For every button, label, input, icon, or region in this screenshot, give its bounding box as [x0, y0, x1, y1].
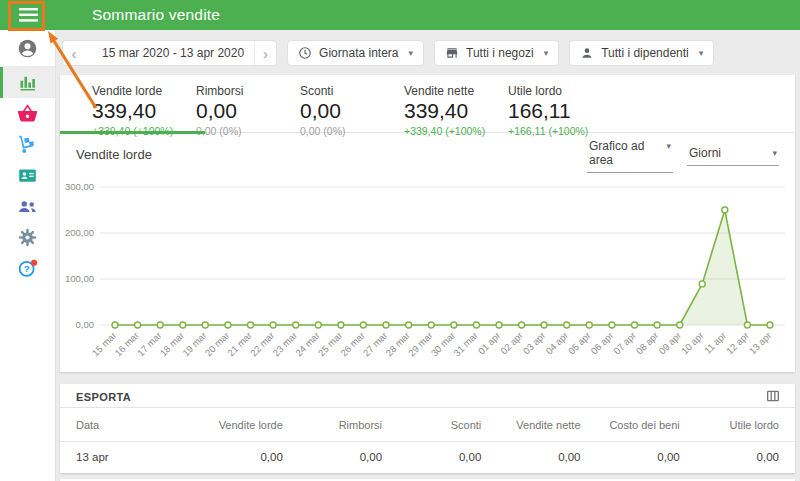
svg-text:09 apr: 09 apr: [656, 330, 683, 357]
date-range-label: 15 mar 2020 - 13 apr 2020: [102, 46, 244, 60]
svg-text:27 mar: 27 mar: [361, 330, 390, 359]
chart-header: Vendite lorde Grafico ad area ▾ Giorni ▾: [60, 133, 795, 175]
svg-text:28 mar: 28 mar: [383, 330, 412, 359]
stats-row: Vendite lorde339,40+339,40 (+100%)Rimbor…: [60, 75, 795, 133]
stat-value: 166,11: [508, 99, 612, 123]
svg-text:21 mar: 21 mar: [225, 330, 254, 359]
export-card: ESPORTA DataVendite lordeRimborsiScontiV…: [60, 384, 795, 473]
svg-text:200,00: 200,00: [65, 227, 94, 238]
store-filter-button[interactable]: Tutti i negozi ▾: [434, 40, 559, 66]
stat-label: Utile lordo: [508, 84, 612, 98]
svg-text:02 apr: 02 apr: [498, 330, 525, 357]
column-header-vendite-nette: Vendite nette: [497, 408, 596, 442]
export-title: ESPORTA: [76, 391, 131, 403]
stat-label: Vendite nette: [404, 84, 508, 98]
hand-truck-icon: [17, 134, 38, 155]
main-content: ‹ 15 mar 2020 - 13 apr 2020 › Giornata i…: [56, 30, 800, 481]
stat-value: 339,40: [92, 99, 196, 123]
svg-text:20 mar: 20 mar: [203, 330, 232, 359]
column-header-rimborsi: Rimborsi: [299, 408, 398, 442]
svg-text:06 apr: 06 apr: [588, 330, 615, 357]
svg-text:19 mar: 19 mar: [180, 330, 209, 359]
hamburger-icon: [19, 8, 38, 22]
sidebar-item-employees[interactable]: [0, 160, 55, 191]
time-filter-label: Giornata intera: [319, 46, 398, 60]
chart-interval-select[interactable]: Giorni ▾: [687, 143, 779, 166]
svg-text:18 mar: 18 mar: [158, 330, 187, 359]
account-icon: [17, 38, 38, 59]
sidebar-item-items[interactable]: [0, 98, 55, 129]
sidebar-account[interactable]: [0, 30, 55, 67]
sidebar-item-customers[interactable]: [0, 191, 55, 222]
chevron-down-icon: ▾: [409, 48, 414, 58]
person-icon: [580, 46, 594, 60]
stat-value: 0,00: [196, 99, 300, 123]
view-columns-icon: [765, 388, 781, 404]
date-range-button[interactable]: 15 mar 2020 - 13 apr 2020: [85, 41, 254, 65]
svg-text:24 mar: 24 mar: [293, 330, 322, 359]
svg-text:26 mar: 26 mar: [338, 330, 367, 359]
sidebar-item-reports[interactable]: [0, 67, 55, 98]
next-period-button[interactable]: ›: [254, 41, 276, 65]
svg-text:25 mar: 25 mar: [316, 330, 345, 359]
svg-text:10 apr: 10 apr: [679, 330, 706, 357]
svg-text:22 mar: 22 mar: [248, 330, 277, 359]
table-row[interactable]: 13 apr0,000,000,000,000,000,00: [60, 442, 795, 473]
table-cell: 0,00: [696, 442, 795, 473]
stat-tab-sconti[interactable]: Sconti0,000,00 (0%): [300, 75, 404, 132]
stat-label: Sconti: [300, 84, 404, 98]
chart-type-select[interactable]: Grafico ad area ▾: [587, 136, 673, 173]
store-filter-label: Tutti i negozi: [466, 46, 534, 60]
column-header-costo-dei-beni: Costo dei beni: [597, 408, 696, 442]
stat-tab-rimborsi[interactable]: Rimborsi0,000,00 (0%): [196, 75, 300, 132]
id-card-icon: [17, 165, 38, 186]
stat-tab-vendite-nette[interactable]: Vendite nette339,40+339,40 (+100%): [404, 75, 508, 132]
column-header-data: Data: [60, 408, 200, 442]
stat-label: Rimborsi: [196, 84, 300, 98]
employee-filter-label: Tutti i dipendenti: [601, 46, 689, 60]
svg-text:17 mar: 17 mar: [135, 330, 164, 359]
time-filter-button[interactable]: Giornata intera ▾: [287, 40, 424, 66]
sidebar-item-help[interactable]: ?: [0, 253, 55, 284]
svg-text:15 mar: 15 mar: [90, 330, 119, 359]
menu-button[interactable]: [0, 0, 56, 30]
chart-title: Vendite lorde: [76, 147, 152, 162]
stat-tab-vendite-lorde[interactable]: Vendite lorde339,40+339,40 (+100%): [92, 75, 196, 132]
table-cell: 0,00: [299, 442, 398, 473]
chevron-down-icon: ▾: [544, 48, 549, 58]
stat-change: 0,00 (0%): [300, 125, 404, 137]
columns-button[interactable]: [765, 388, 781, 404]
help-icon: ?: [17, 258, 38, 279]
column-header-sconti: Sconti: [398, 408, 497, 442]
stat-change: 0,00 (0%): [196, 125, 300, 137]
date-range-control: ‹ 15 mar 2020 - 13 apr 2020 ›: [62, 40, 277, 66]
basket-icon: [17, 103, 38, 124]
svg-text:30 mar: 30 mar: [429, 330, 458, 359]
stat-tab-utile-lordo[interactable]: Utile lordo166,11+166,11 (+100%): [508, 75, 612, 132]
employee-filter-button[interactable]: Tutti i dipendenti ▾: [569, 40, 714, 66]
chevron-down-icon: ▾: [772, 148, 777, 158]
clock-icon: [298, 46, 312, 60]
svg-text:29 mar: 29 mar: [406, 330, 435, 359]
sales-summary-card: Vendite lorde339,40+339,40 (+100%)Rimbor…: [60, 75, 795, 372]
table-cell: 0,00: [200, 442, 299, 473]
sidebar: ?: [0, 30, 56, 481]
chart-type-value: Grafico ad area: [589, 139, 644, 167]
svg-text:04 apr: 04 apr: [543, 330, 570, 357]
svg-text:01 apr: 01 apr: [476, 330, 503, 357]
sidebar-item-settings[interactable]: [0, 222, 55, 253]
prev-period-button[interactable]: ‹: [63, 41, 85, 65]
svg-text:?: ?: [24, 263, 30, 274]
svg-text:08 apr: 08 apr: [634, 330, 661, 357]
stat-value: 339,40: [404, 99, 508, 123]
store-icon: [445, 46, 459, 60]
column-header-vendite-lorde: Vendite lorde: [200, 408, 299, 442]
svg-text:07 apr: 07 apr: [611, 330, 638, 357]
bar-chart-icon: [17, 72, 38, 93]
app-header: Sommario vendite: [0, 0, 800, 30]
svg-text:0,00: 0,00: [76, 319, 95, 330]
sidebar-item-inventory[interactable]: [0, 129, 55, 160]
filter-bar: ‹ 15 mar 2020 - 13 apr 2020 › Giornata i…: [62, 40, 714, 66]
column-header-utile-lordo: Utile lordo: [696, 408, 795, 442]
svg-text:100,00: 100,00: [65, 273, 94, 284]
